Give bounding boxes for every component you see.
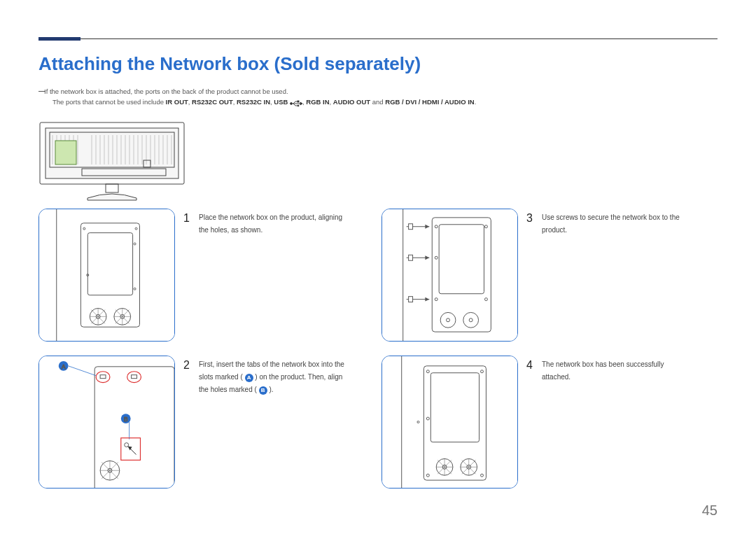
step-2: A B [38,356,374,489]
step-2-text: First, insert the tabs of the network bo… [199,358,346,396]
steps-grid: 1 Place the network box on the product, … [38,209,718,489]
step-2-number: 2 [183,358,193,396]
svg-point-3 [298,105,299,106]
svg-rect-88 [409,224,413,230]
svg-rect-92 [409,255,413,261]
svg-rect-60 [39,356,174,488]
label-a-icon: A [245,374,253,382]
step-3: 3 Use screws to secure the network box t… [382,209,718,342]
monitor-back-illustration [38,121,718,202]
step-4: 4 The network box has been successfully … [382,356,718,489]
step-3-number: 3 [526,211,536,237]
step-4-number: 4 [526,358,536,384]
step-1-text: Place the network box on the product, al… [199,211,346,237]
svg-rect-35 [55,141,76,164]
svg-text:A: A [62,363,66,370]
svg-rect-41 [80,223,139,327]
step-3-illustration [382,209,518,342]
header-rule [38,38,718,39]
note-line1: If the network box is attached, the port… [44,87,288,95]
svg-rect-38 [106,184,118,192]
step-3-text: Use screws to secure the network box to … [542,211,689,237]
page-number: 45 [702,503,718,519]
page-title: Attaching the Network box (Sold separate… [38,53,718,75]
svg-rect-107 [382,356,517,488]
label-b-icon: B [259,386,267,395]
svg-text:B: B [124,416,128,423]
note-line2: The ports that cannot be used include IR… [52,97,718,107]
svg-rect-2 [298,101,299,102]
svg-rect-96 [409,297,413,302]
usb-icon [290,99,302,106]
note-block: If the network box is attached, the port… [44,86,718,107]
step-2-illustration: A B [38,356,175,489]
step-1-number: 1 [183,211,193,237]
step-4-text: The network box has been successfully at… [542,358,689,384]
step-1: 1 Place the network box on the product, … [38,209,374,342]
step-1-illustration [38,209,175,342]
step-4-illustration [382,356,518,489]
svg-point-0 [290,102,293,104]
